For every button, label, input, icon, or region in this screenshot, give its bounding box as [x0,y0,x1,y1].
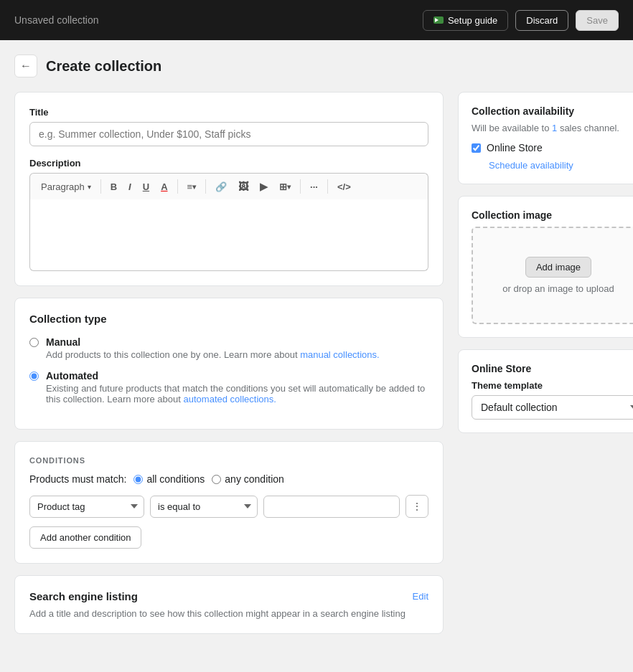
sales-channel-link[interactable]: 1 [552,123,560,133]
image-button[interactable]: 🖼 [233,178,253,195]
video-icon: ▶ [260,181,268,192]
flag-icon [433,16,444,24]
more-button[interactable]: ··· [305,179,323,195]
bold-button[interactable]: B [106,179,122,195]
right-sidebar: Collection availability Will be availabl… [458,92,633,445]
align-button[interactable]: ≡ ▾ [182,179,202,195]
theme-template-select[interactable]: Default collection Custom template 1 [472,395,633,420]
collection-type-card: Collection type Manual Add products to t… [14,298,444,430]
page-title: Create collection [46,58,161,75]
all-conditions-label[interactable]: all conditions [133,473,205,485]
automated-label[interactable]: Automated [46,370,98,382]
main-grid: Title Description Paragraph ▾ B I U A ≡ [14,92,619,645]
navbar-actions: Setup guide Discard Save [423,10,619,31]
online-store-label: Online Store [487,142,543,153]
setup-guide-button[interactable]: Setup guide [423,10,508,31]
table-icon: ⊞ [279,181,287,192]
collection-image-title: Collection image [472,209,633,221]
video-button[interactable]: ▶ [255,178,273,195]
condition-operator-select[interactable]: is equal to is not equal to contains doe… [150,496,258,518]
chevron-down-icon: ▾ [192,183,196,191]
manual-option: Manual Add products to this collection o… [29,336,428,360]
code-button[interactable]: </> [332,179,356,195]
add-image-button[interactable]: Add image [525,257,591,278]
image-upload-area[interactable]: Add image or drop an image to upload [472,227,633,324]
collection-type-title: Collection type [29,313,428,325]
any-condition-radio[interactable] [212,475,221,484]
toolbar-divider-5 [327,179,328,194]
automated-collections-link[interactable]: automated collections. [184,394,276,404]
back-button[interactable]: ← [14,55,37,77]
title-description-card: Title Description Paragraph ▾ B I U A ≡ [14,92,444,286]
navbar: Unsaved collection Setup guide Discard S… [0,0,633,40]
availability-card: Collection availability Will be availabl… [458,92,633,184]
seo-card: Search engine listing Edit Add a title a… [14,575,444,634]
toolbar-divider-3 [205,179,206,194]
online-store-section-title: Online Store [472,363,633,374]
title-label: Title [29,107,428,118]
toolbar-divider-1 [100,179,101,194]
delete-icon: ⋮ [412,501,422,512]
condition-type-select[interactable]: Product tag Product title Product type P… [29,496,144,518]
image-icon: 🖼 [238,181,248,192]
conditions-match-row: Products must match: all conditions any … [29,473,428,485]
link-icon: 🔗 [215,181,227,192]
link-button[interactable]: 🔗 [210,179,232,195]
condition-value-input[interactable] [263,496,400,518]
seo-edit-link[interactable]: Edit [413,591,428,602]
navbar-title: Unsaved collection [14,14,99,26]
online-store-checkbox[interactable] [472,143,481,153]
availability-title: Collection availability [472,105,633,117]
save-button[interactable]: Save [576,10,619,31]
title-input[interactable] [29,122,428,146]
conditions-card: CONDITIONS Products must match: all cond… [14,441,444,564]
manual-desc: Add products to this collection one by o… [46,349,380,360]
underline-button[interactable]: U [138,179,154,195]
manual-collections-link[interactable]: manual collections. [300,349,380,360]
add-condition-button[interactable]: Add another condition [29,526,141,549]
left-column: Title Description Paragraph ▾ B I U A ≡ [14,92,444,645]
description-label: Description [29,158,428,169]
seo-header: Search engine listing Edit [29,590,428,602]
table-button[interactable]: ⊞ ▾ [274,179,296,195]
editor-toolbar: Paragraph ▾ B I U A ≡ ▾ 🔗 [29,173,428,199]
toolbar-divider-4 [300,179,301,194]
italic-button[interactable]: I [123,179,136,195]
page-header: ← Create collection [14,55,619,77]
seo-description: Add a title and description to see how t… [29,608,428,619]
seo-title: Search engine listing [29,590,138,602]
any-condition-label[interactable]: any condition [212,473,284,485]
color-button[interactable]: A [156,179,172,195]
automated-option: Automated Existing and future products t… [29,370,428,404]
condition-row-1: Product tag Product title Product type P… [29,495,428,518]
page-container: ← Create collection Title Description Pa… [0,40,633,660]
schedule-availability-link[interactable]: Schedule availability [489,160,573,171]
all-conditions-radio[interactable] [133,475,143,484]
schedule-availability-row: Schedule availability [472,159,633,171]
theme-template-card: Online Store Theme template Default coll… [458,349,633,433]
upload-hint: or drop an image to upload [487,283,629,294]
availability-subtitle: Will be available to 1 sales channel. [472,123,633,133]
editor-body[interactable] [29,199,428,271]
manual-radio[interactable] [29,338,39,347]
conditions-section-label: CONDITIONS [29,456,428,465]
remove-condition-button[interactable]: ⋮ [405,495,428,518]
automated-radio[interactable] [29,372,39,381]
discard-button[interactable]: Discard [515,10,568,31]
toolbar-divider-2 [177,179,178,194]
match-label: Products must match: [29,473,126,485]
collection-image-card: Collection image Add image or drop an im… [458,196,633,338]
chevron-down-icon: ▾ [88,183,91,191]
paragraph-dropdown[interactable]: Paragraph ▾ [36,179,96,195]
automated-desc: Existing and future products that match … [46,383,428,404]
theme-template-label: Theme template [472,380,633,391]
chevron-down-icon: ▾ [287,183,291,191]
manual-label[interactable]: Manual [46,336,80,348]
online-store-channel-row: Online Store [472,142,633,153]
